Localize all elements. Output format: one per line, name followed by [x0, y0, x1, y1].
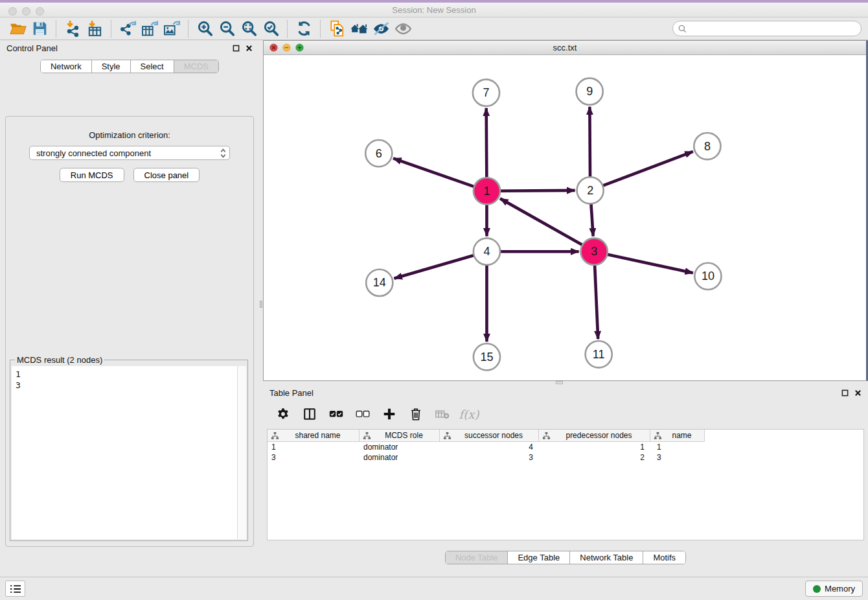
- table-cell[interactable]: dominator: [360, 442, 440, 452]
- graph-node-2[interactable]: 2: [577, 177, 604, 203]
- memory-button[interactable]: Memory: [805, 581, 863, 597]
- table-cell[interactable]: 1: [539, 442, 650, 452]
- graph-edge-3-10[interactable]: [594, 251, 693, 273]
- result-scrollbar[interactable]: [237, 366, 246, 539]
- close-frame-icon[interactable]: [269, 43, 278, 52]
- graph-node-15[interactable]: 15: [474, 343, 500, 370]
- column-header-MCDS-role[interactable]: MCDS role: [360, 430, 440, 442]
- import-network-icon: [64, 20, 82, 37]
- column-header-successor-nodes[interactable]: successor nodes: [440, 430, 539, 442]
- zoom-fit-button[interactable]: [238, 19, 260, 38]
- graph-node-1[interactable]: 1: [474, 178, 500, 204]
- column-header-predecessor-nodes[interactable]: predecessor nodes: [539, 430, 650, 442]
- search-field[interactable]: [672, 21, 862, 36]
- graph-node-4[interactable]: 4: [474, 238, 500, 265]
- main-area: Control Panel NetworkStyleSelectMCDS Opt…: [0, 40, 868, 577]
- dropdown-stepper-icon: [220, 148, 227, 159]
- graph-edge-2-8[interactable]: [590, 152, 693, 190]
- splitter-grip[interactable]: [260, 301, 262, 308]
- open-session-button[interactable]: [6, 19, 29, 38]
- table-row[interactable]: 1dominator411: [268, 442, 863, 452]
- table-toolbar: f(x): [263, 400, 868, 428]
- close-window-button[interactable]: [8, 7, 17, 16]
- horizontal-splitter[interactable]: [263, 381, 868, 385]
- table-cell[interactable]: 3: [650, 452, 705, 463]
- import-table-button[interactable]: [84, 19, 106, 38]
- unselect-all-columns-button[interactable]: [354, 406, 371, 422]
- graph-node-11[interactable]: 11: [586, 341, 612, 367]
- refresh-view-button[interactable]: [293, 19, 315, 38]
- zoom-out-button[interactable]: [216, 19, 238, 38]
- export-image-button[interactable]: [161, 19, 183, 38]
- graph-node-14[interactable]: 14: [366, 270, 393, 296]
- eye-icon: [394, 20, 412, 37]
- show-all-button[interactable]: [348, 19, 370, 38]
- criterion-dropdown[interactable]: strongly connected component: [29, 146, 230, 160]
- maximize-frame-icon[interactable]: [295, 43, 304, 52]
- table-row[interactable]: 3dominator323: [268, 452, 863, 463]
- graph-edge-3-1[interactable]: [500, 198, 594, 251]
- toolbar-separator: [287, 20, 288, 38]
- task-history-button[interactable]: [5, 581, 25, 597]
- delete-columns-button[interactable]: [407, 406, 424, 422]
- close-panel-button[interactable]: Close panel: [133, 168, 200, 182]
- minimize-frame-icon[interactable]: [282, 43, 291, 52]
- show-columns-button[interactable]: [301, 406, 318, 422]
- graph-node-9[interactable]: 9: [577, 78, 603, 105]
- mcds-result-textarea[interactable]: 13: [12, 366, 246, 539]
- table-cell[interactable]: 1: [650, 442, 705, 452]
- list-icon: [9, 584, 22, 594]
- table-cell[interactable]: dominator: [360, 452, 440, 463]
- column-header-shared-name[interactable]: shared name: [268, 430, 360, 442]
- float-panel-icon[interactable]: [841, 389, 849, 397]
- minimize-window-button[interactable]: [22, 7, 30, 16]
- graph-node-10[interactable]: 10: [694, 263, 721, 290]
- import-network-button[interactable]: [62, 19, 84, 38]
- graph-edge-4-14[interactable]: [394, 251, 486, 279]
- table-cell[interactable]: 4: [440, 442, 539, 452]
- table-cell[interactable]: 3: [440, 452, 539, 463]
- tab-network[interactable]: Network: [41, 60, 91, 73]
- tab-style[interactable]: Style: [91, 60, 130, 73]
- graph-node-7[interactable]: 7: [473, 80, 499, 106]
- column-header-label: MCDS role: [374, 431, 439, 440]
- splitter-grip[interactable]: [556, 381, 563, 384]
- close-panel-icon[interactable]: [854, 389, 862, 397]
- table-cell[interactable]: 3: [268, 452, 360, 463]
- save-session-button[interactable]: [29, 19, 51, 38]
- close-panel-icon[interactable]: [246, 45, 253, 52]
- network-title: scc.txt: [553, 43, 577, 52]
- graph-node-6[interactable]: 6: [365, 140, 392, 167]
- table-cell[interactable]: 1: [268, 442, 360, 452]
- vertical-splitter[interactable]: [259, 40, 263, 577]
- create-column-button[interactable]: [381, 406, 398, 422]
- tab-mcds[interactable]: MCDS: [174, 60, 218, 73]
- table-tab-network-table[interactable]: Network Table: [569, 551, 643, 564]
- network-canvas[interactable]: 7968124314101511: [264, 55, 866, 380]
- zoom-window-button[interactable]: [36, 7, 44, 16]
- node-label: 8: [704, 140, 711, 153]
- table-tab-edge-table[interactable]: Edge Table: [507, 551, 569, 564]
- select-all-columns-button[interactable]: [328, 406, 345, 422]
- graph-edge-1-6[interactable]: [393, 158, 486, 190]
- graph-node-3[interactable]: 3: [581, 238, 608, 265]
- export-network-button[interactable]: [117, 19, 139, 38]
- float-panel-icon[interactable]: [233, 45, 240, 52]
- first-neighbors-button[interactable]: [326, 19, 348, 38]
- gear-icon: [276, 407, 290, 421]
- mcds-result-text: 13: [12, 366, 246, 393]
- table-cell[interactable]: 2: [539, 452, 650, 463]
- graph-node-8[interactable]: 8: [694, 133, 720, 159]
- hide-selected-button[interactable]: [370, 19, 392, 38]
- table-tab-node-table[interactable]: Node Table: [446, 551, 508, 564]
- run-mcds-button[interactable]: Run MCDS: [60, 168, 124, 182]
- search-input[interactable]: [687, 22, 861, 35]
- node-label: 10: [702, 270, 714, 283]
- zoom-selected-button[interactable]: [260, 19, 282, 38]
- zoom-in-button[interactable]: [194, 19, 216, 38]
- export-table-button[interactable]: [139, 19, 161, 38]
- column-header-name[interactable]: name: [650, 430, 705, 442]
- table-options-button[interactable]: [275, 406, 291, 422]
- tab-select[interactable]: Select: [130, 60, 174, 73]
- table-tab-motifs[interactable]: Motifs: [643, 551, 685, 564]
